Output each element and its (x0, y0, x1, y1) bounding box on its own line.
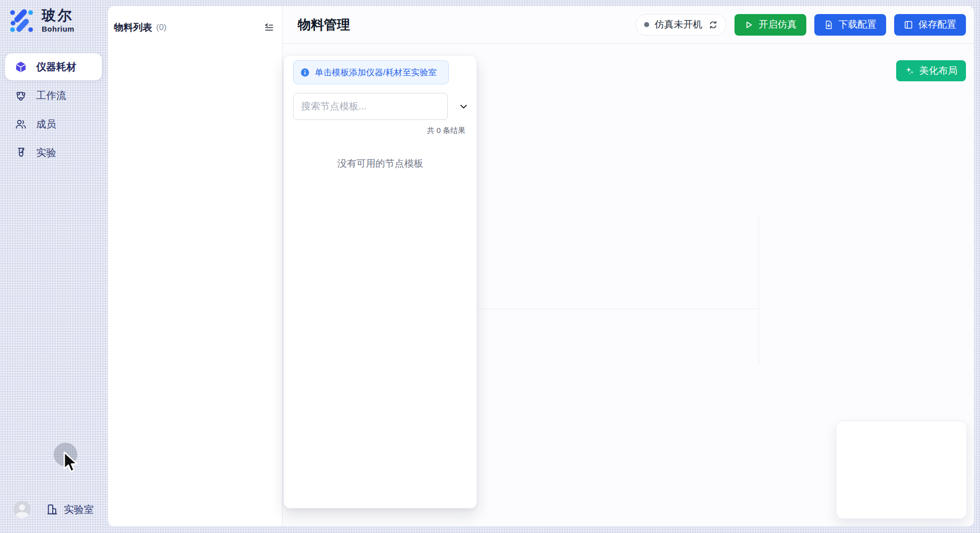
materials-list-count: (0) (156, 23, 167, 33)
play-icon (744, 20, 754, 30)
content-area: 物料列表 (0) 物料管理 仿 (108, 6, 974, 526)
building-icon (46, 503, 59, 516)
simulation-status-pill: 仿真未开机 (636, 14, 726, 36)
bohrium-logo-icon (9, 8, 35, 34)
sparkles-icon (905, 66, 915, 76)
download-file-icon (824, 20, 833, 30)
start-simulation-label: 开启仿真 (759, 18, 797, 31)
main-header: 物料管理 仿真未开机 (283, 6, 974, 44)
minimap-card (836, 421, 967, 519)
save-config-button[interactable]: 保存配置 (894, 14, 966, 36)
cursor-pointer (63, 451, 80, 474)
materials-list-title: 物料列表 (114, 21, 152, 34)
brand-logo: 玻尔 Bohrium (9, 8, 74, 34)
canvas-guide-horizontal (475, 309, 759, 309)
main-area: 物料管理 仿真未开机 (283, 6, 974, 526)
sidebar-item-label: 实验 (36, 146, 56, 160)
lab-label: 实验室 (64, 503, 94, 516)
template-search-row (293, 93, 469, 120)
materials-list-panel: 物料列表 (0) (108, 6, 283, 526)
sidebar-item-members[interactable]: 成员 (5, 110, 102, 138)
lab-entry[interactable]: 实验室 (46, 503, 94, 516)
results-count: 共 0 条结果 (427, 126, 465, 136)
header-actions: 仿真未开机 (636, 14, 966, 36)
cube-icon (14, 60, 27, 73)
app-root: 玻尔 Bohrium 仪器耗材 (0, 0, 980, 533)
collapse-panel-button[interactable] (263, 22, 275, 34)
download-config-label: 下载配置 (838, 18, 877, 31)
sidebar-footer: 实验室 (14, 501, 94, 518)
template-hint-banner: 单击模板添加仪器/耗材至实验室 (293, 60, 449, 84)
sidebar-item-label: 仪器耗材 (36, 60, 76, 74)
sidebar-item-instruments[interactable]: 仪器耗材 (5, 53, 102, 80)
brand-text: 玻尔 Bohrium (42, 8, 74, 33)
sidebar-item-workflow[interactable]: 工作流 (5, 82, 102, 109)
sidebar-item-label: 工作流 (36, 89, 66, 102)
avatar-body (16, 512, 29, 518)
outdent-icon (264, 23, 274, 33)
page-title: 物料管理 (298, 16, 350, 34)
brand-subtitle: Bohrium (42, 25, 74, 33)
sidebar-item-label: 成员 (36, 117, 56, 131)
node-template-panel: 单击模板添加仪器/耗材至实验室 共 0 条结果 没有可用的节点模板 (284, 55, 477, 508)
save-config-label: 保存配置 (918, 18, 956, 31)
empty-templates-message: 没有可用的节点模板 (284, 157, 476, 170)
beautify-layout-button[interactable]: 美化布局 (896, 60, 966, 81)
refresh-icon (708, 20, 718, 30)
refresh-status-button[interactable] (708, 20, 718, 30)
template-hint-text: 单击模板添加仪器/耗材至实验室 (315, 67, 437, 78)
start-simulation-button[interactable]: 开启仿真 (734, 14, 806, 36)
sidebar-item-experiment[interactable]: 实验 (5, 139, 102, 166)
materials-panel-header: 物料列表 (0) (114, 21, 275, 34)
status-dot-icon (644, 22, 649, 27)
avatar[interactable] (14, 501, 31, 518)
members-icon (14, 117, 27, 130)
chevron-down-icon (458, 101, 469, 112)
expand-filters-button[interactable] (457, 100, 469, 112)
brand-name: 玻尔 (42, 8, 74, 24)
avatar-head (19, 504, 25, 510)
save-icon (904, 20, 913, 30)
experiment-icon (14, 146, 27, 159)
sidebar-nav: 仪器耗材 工作流 (5, 53, 102, 168)
canvas-guide-vertical (759, 217, 759, 363)
download-config-button[interactable]: 下载配置 (814, 14, 886, 36)
beautify-layout-label: 美化布局 (919, 64, 957, 77)
simulation-status-text: 仿真未开机 (655, 18, 702, 31)
search-template-input[interactable] (293, 93, 448, 120)
info-icon (300, 68, 310, 77)
workflow-icon (14, 89, 27, 102)
